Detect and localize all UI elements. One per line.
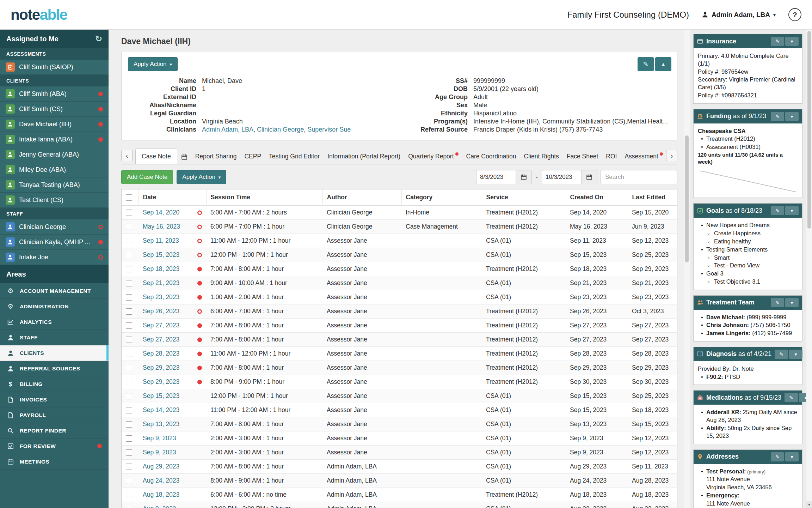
case-note-date-link[interactable]: Sep 18, 2023 [143,265,179,272]
main-scrollbar[interactable] [684,30,690,508]
sidebar-area-administration[interactable]: ⚙ADMINISTRATION [0,299,109,314]
calendar-icon[interactable] [581,170,597,184]
table-row[interactable]: Aug 29, 20237:00 AM - 8:00 AM : 1 hourAd… [122,460,677,474]
row-checkbox[interactable] [126,294,132,301]
row-checkbox[interactable] [126,322,132,329]
table-row[interactable]: Sep 23, 20231:00 AM - 2:00 AM : 1 hourAs… [122,290,677,304]
right-scrollbar[interactable]: ▾ [806,30,812,508]
tab-roi[interactable]: ROI [602,149,621,164]
case-note-date-link[interactable]: Aug 18, 2023 [143,491,179,498]
panel-header-addresses[interactable]: Addresses✎▾ [694,450,802,464]
table-row[interactable]: Sep 28, 202311:00 AM - 12:00 PM : 1 hour… [122,347,677,361]
row-checkbox[interactable] [126,337,132,343]
calendar-icon[interactable] [516,170,532,184]
table-row[interactable]: Sep 14, 202311:00 PM - 12:00 AM : 1 hour… [122,403,677,417]
case-note-date-link[interactable]: Sep 28, 2023 [143,350,179,357]
table-row[interactable]: Sep 27, 20237:00 AM - 8:00 AM : 1 hourAs… [122,319,677,333]
case-note-date-link[interactable]: Sep 26, 2023 [143,308,179,315]
case-note-date-link[interactable]: Sep 29, 2023 [143,378,179,385]
table-row[interactable]: Sep 29, 20238:00 PM - 9:00 PM : 1 hourAs… [122,375,677,389]
sidebar-area-payroll[interactable]: PAYROLL [0,407,109,423]
case-note-date-link[interactable]: Sep 14, 2023 [143,406,179,413]
edit-button[interactable]: ✎ [771,37,784,46]
row-checkbox[interactable] [126,449,132,456]
column-header-category[interactable]: Category [401,189,482,206]
row-checkbox[interactable] [126,379,132,385]
table-row[interactable]: Sep 18, 20237:00 AM - 8:00 AM : 1 hourAs… [122,262,677,276]
table-row[interactable]: Sep 21, 20239:00 AM - 10:00 AM : 1 hourA… [122,276,677,290]
collapse-button[interactable]: ▾ [785,452,799,461]
sidebar-item-intake-joe[interactable]: Intake Joe [0,250,109,265]
panel-header-treatment-team[interactable]: Treatment Team✎▾ [694,296,802,310]
sidebar-item-cliff-smith-saiop[interactable]: Cliff Smith (SAIOP) [0,60,109,75]
case-note-date-link[interactable]: Sep 15, 2023 [143,251,179,258]
tab-calendar[interactable] [177,150,191,164]
edit-button[interactable]: ✎ [771,206,784,215]
case-note-date-link[interactable]: Sep 9, 2023 [143,449,176,456]
sidebar-area-analytics[interactable]: ANALYTICS [0,314,109,330]
row-checkbox[interactable] [126,266,132,272]
sidebar-area-account-management[interactable]: ⚙ACCOUNT MANAGEMENT [0,283,109,299]
sidebar-item-tanyaa-testing-aba[interactable]: Tanyaa Testing (ABA) [0,177,109,193]
date-to-input[interactable] [542,170,581,184]
sidebar-item-test-client-cs[interactable]: Test Client (CS) [0,193,109,208]
row-checkbox[interactable] [126,210,132,216]
case-note-date-link[interactable]: Sep 29, 2023 [143,364,179,371]
edit-client-button[interactable]: ✎ [638,57,654,71]
edit-button[interactable]: ✎ [771,298,784,307]
tab-case-note[interactable]: Case Note [135,149,177,164]
sidebar-area-report-finder[interactable]: REPORT FINDER [0,423,109,439]
sidebar-item-jenny-general-aba[interactable]: Jenny General (ABA) [0,147,109,162]
column-header-created-on[interactable]: Created On [566,189,628,206]
sidebar-area-referral-sources[interactable]: REFERRAL SOURCES [0,361,109,376]
column-header-service[interactable]: Service [482,189,566,206]
collapse-button[interactable]: ▾ [799,393,806,402]
row-checkbox[interactable] [126,351,132,357]
panel-header-diagnosis[interactable]: Diagnosis as of 4/2/21✎▾ [694,347,802,361]
sidebar-item-clinician-kayla-qmhp-a-c[interactable]: Clinician Kayla, QMHP A/C [0,235,109,250]
sidebar-item-cliff-smith-aba[interactable]: Cliff Smith (ABA) [0,86,109,102]
table-row[interactable]: Sep 13, 20237:00 AM - 8:00 AM : 1 hourAs… [122,417,677,431]
search-input[interactable] [601,170,677,184]
row-checkbox[interactable] [126,435,132,442]
collapse-button[interactable]: ▾ [785,298,799,307]
panel-header-insurance[interactable]: Insurance✎▾ [694,34,802,48]
case-note-date-link[interactable]: May 16, 2023 [143,223,180,230]
column-header-date[interactable]: Date [139,189,206,206]
column-header-last-edited[interactable]: Last Edited [628,189,677,206]
table-row[interactable]: Sep 14, 20205:00 AM - 7:00 AM : 2 hoursC… [122,206,677,220]
row-checkbox[interactable] [126,421,132,428]
clinician-link[interactable]: Clinician George [257,126,304,133]
apply-action-button[interactable]: Apply Action ▾ [177,170,226,184]
column-header-session-time[interactable]: Session Time [206,189,322,206]
tab-testing-grid-editor[interactable]: Testing Grid Editor [265,149,324,164]
row-checkbox[interactable] [126,407,132,413]
row-checkbox[interactable] [126,280,132,286]
sidebar-area-billing[interactable]: $BILLING [0,376,109,392]
collapse-card-button[interactable]: ▴ [655,57,671,71]
row-checkbox[interactable] [126,492,132,498]
tab-information-portal-report[interactable]: Information (Portal Report) [324,149,404,164]
row-checkbox[interactable] [126,393,132,399]
table-row[interactable]: Aug 18, 20236:00 AM - 6:00 AM : no timeA… [122,488,677,502]
case-note-date-link[interactable]: Aug 24, 2023 [143,477,179,484]
table-row[interactable]: Sep 15, 202312:00 PM - 1:00 PM : 1 hourA… [122,389,677,403]
tab-cepp[interactable]: CEPP [240,149,265,164]
column-header-author[interactable]: Author [322,189,401,206]
edit-button[interactable]: ✎ [775,350,788,359]
help-button[interactable]: ? [788,8,801,21]
table-row[interactable]: Sep 15, 202312:00 PM - 1:00 PM : 1 hourA… [122,248,677,262]
row-checkbox[interactable] [126,506,132,508]
app-logo[interactable]: noteable [11,6,67,23]
row-checkbox[interactable] [126,478,132,484]
user-menu[interactable]: Admin Adam, LBA ▾ [702,11,776,19]
tab-face-sheet[interactable]: Face Sheet [563,149,602,164]
panel-header-medications[interactable]: Medications as of 9/15/23✎▾ [694,391,802,405]
collapse-button[interactable]: ▾ [785,206,799,215]
table-row[interactable]: Sep 11, 202311:00 AM - 12:00 PM : 1 hour… [122,234,677,248]
table-row[interactable]: Sep 29, 20237:00 AM - 8:00 AM : 1 hourAs… [122,361,677,375]
row-checkbox[interactable] [126,464,132,470]
table-row[interactable]: Sep 9, 20232:00 AM - 3:00 AM : 1 hourAss… [122,446,677,460]
case-note-date-link[interactable]: Sep 14, 2020 [143,209,179,216]
case-note-date-link[interactable]: Aug 9, 2023 [143,505,176,508]
